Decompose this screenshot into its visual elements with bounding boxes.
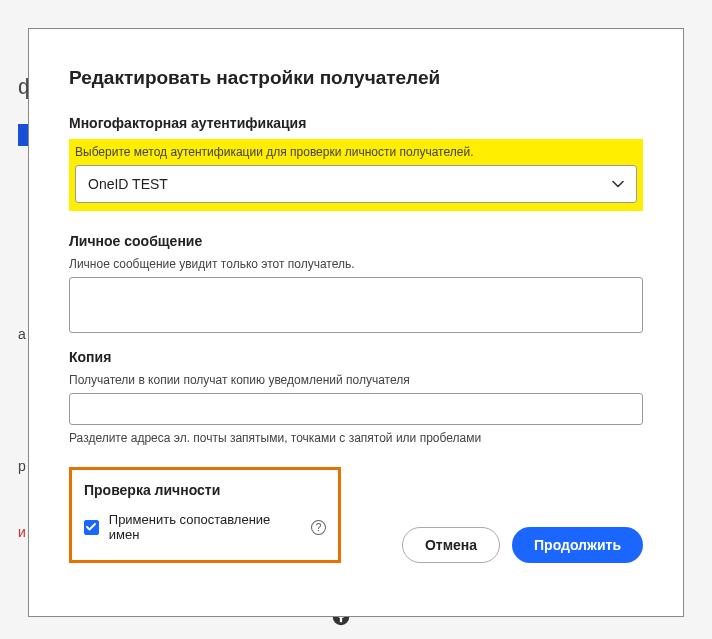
copy-heading: Копия <box>69 349 643 365</box>
identity-verification-section: Проверка личности Применить сопоставлени… <box>69 467 341 563</box>
name-matching-row: Применить сопоставление имен ? <box>84 512 326 542</box>
mfa-section: Многофакторная аутентификация Выберите м… <box>69 115 643 221</box>
cancel-button[interactable]: Отмена <box>402 527 500 563</box>
bg-fragment: а <box>18 326 26 342</box>
continue-button[interactable]: Продолжить <box>512 527 643 563</box>
copy-helper: Разделите адреса эл. почты запятыми, точ… <box>69 431 643 445</box>
personal-message-section: Личное сообщение Личное сообщение увидит… <box>69 233 643 337</box>
copy-emails-input[interactable] <box>69 393 643 425</box>
auth-method-selected-value: OneID TEST <box>88 176 168 192</box>
copy-section: Копия Получатели в копии получат копию у… <box>69 349 643 445</box>
personal-message-hint: Личное сообщение увидит только этот полу… <box>69 257 643 271</box>
edit-recipient-settings-modal: Редактировать настройки получателей Мног… <box>28 28 684 617</box>
bg-fragment: и <box>18 524 26 540</box>
mfa-heading: Многофакторная аутентификация <box>69 115 643 131</box>
identity-heading: Проверка личности <box>84 482 326 498</box>
chevron-down-icon <box>612 180 624 188</box>
mfa-hint: Выберите метод аутентификации для провер… <box>75 145 637 159</box>
bg-accent <box>18 124 28 146</box>
bg-fragment: р <box>18 458 26 474</box>
modal-title: Редактировать настройки получателей <box>69 67 643 89</box>
name-matching-label: Применить сопоставление имен <box>109 512 301 542</box>
auth-method-select[interactable]: OneID TEST <box>75 165 637 203</box>
copy-hint: Получатели в копии получат копию уведомл… <box>69 373 643 387</box>
mfa-highlight: Выберите метод аутентификации для провер… <box>69 139 643 211</box>
personal-message-input[interactable] <box>69 277 643 333</box>
modal-footer: Отмена Продолжить <box>402 527 643 563</box>
personal-message-heading: Личное сообщение <box>69 233 643 249</box>
help-icon[interactable]: ? <box>311 520 326 535</box>
name-matching-checkbox[interactable] <box>84 520 99 535</box>
modal-bottom-row: Проверка личности Применить сопоставлени… <box>69 467 643 563</box>
